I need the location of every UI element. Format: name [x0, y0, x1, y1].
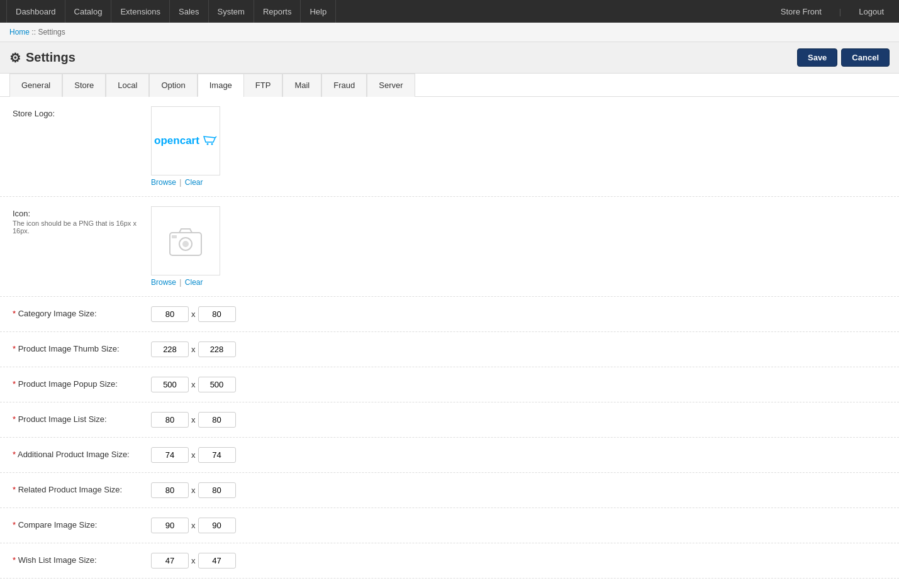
- tab-ftp[interactable]: FTP: [243, 74, 283, 97]
- compare-image-height[interactable]: [198, 518, 236, 533]
- wish-list-image-size-control: x: [151, 553, 886, 569]
- nav-system[interactable]: System: [209, 0, 254, 23]
- nav-sales[interactable]: Sales: [170, 0, 209, 23]
- product-image-popup-height[interactable]: [198, 377, 236, 392]
- tab-image[interactable]: Image: [198, 74, 243, 97]
- category-image-height[interactable]: [198, 306, 236, 322]
- icon-clear[interactable]: Clear: [185, 278, 203, 287]
- store-logo-control: opencart Browse | Clear: [151, 106, 886, 187]
- store-logo-image-box: opencart: [151, 106, 220, 175]
- product-image-thumb-height[interactable]: [198, 341, 236, 357]
- tab-server[interactable]: Server: [367, 74, 415, 97]
- icon-links: Browse | Clear: [151, 278, 886, 287]
- tab-fraud[interactable]: Fraud: [321, 74, 367, 97]
- category-image-size-label: Category Image Size:: [13, 306, 151, 318]
- product-image-popup-x: x: [191, 380, 196, 389]
- breadcrumb: Home :: Settings: [0, 23, 899, 42]
- additional-product-image-size-label: Additional Product Image Size:: [13, 447, 151, 459]
- breadcrumb-separator: ::: [31, 28, 38, 36]
- store-logo-clear[interactable]: Clear: [185, 178, 203, 187]
- nav-divider: |: [830, 0, 850, 23]
- product-image-thumb-width[interactable]: [151, 341, 189, 357]
- icon-sep: |: [179, 278, 181, 287]
- related-product-image-width[interactable]: [151, 482, 189, 498]
- svg-point-1: [211, 143, 213, 145]
- page-title-text: Settings: [26, 50, 75, 65]
- wish-list-image-height[interactable]: [198, 553, 236, 569]
- nav-right: Store Front | Logout: [772, 0, 893, 23]
- tab-local[interactable]: Local: [106, 74, 149, 97]
- compare-image-x: x: [191, 521, 196, 530]
- nav-logout[interactable]: Logout: [850, 0, 893, 23]
- page-header: ⚙ Settings Save Cancel: [0, 42, 899, 74]
- nav-storefront[interactable]: Store Front: [772, 0, 830, 23]
- store-logo-browse[interactable]: Browse: [151, 178, 176, 187]
- breadcrumb-home[interactable]: Home: [9, 28, 30, 36]
- product-image-popup-size-control: x: [151, 377, 886, 392]
- nav-reports[interactable]: Reports: [254, 0, 301, 23]
- tab-mail[interactable]: Mail: [282, 74, 321, 97]
- product-image-list-size-control: x: [151, 412, 886, 428]
- tab-store[interactable]: Store: [62, 74, 106, 97]
- cart-image-size-row: Cart Image Size: x: [0, 579, 899, 588]
- product-image-thumb-x: x: [191, 345, 196, 354]
- svg-line-2: [215, 136, 216, 138]
- header-buttons: Save Cancel: [797, 48, 890, 67]
- cancel-button[interactable]: Cancel: [841, 48, 890, 67]
- content-area: Store Logo: opencart Browse | Clear: [0, 97, 899, 588]
- nav-extensions[interactable]: Extensions: [111, 0, 170, 23]
- category-image-width[interactable]: [151, 306, 189, 322]
- product-image-list-width[interactable]: [151, 412, 189, 428]
- compare-image-size-control: x: [151, 518, 886, 533]
- product-image-thumb-size-row: Product Image Thumb Size: x: [0, 332, 899, 367]
- icon-label: Icon:: [13, 209, 151, 218]
- compare-image-width[interactable]: [151, 518, 189, 533]
- save-button[interactable]: Save: [797, 48, 837, 67]
- store-logo-links: Browse | Clear: [151, 178, 886, 187]
- icon-row: Icon: The icon should be a PNG that is 1…: [0, 197, 899, 297]
- additional-product-image-width[interactable]: [151, 447, 189, 463]
- page-title: ⚙ Settings: [9, 50, 75, 65]
- additional-product-image-x: x: [191, 450, 196, 460]
- category-image-size-control: x: [151, 306, 886, 322]
- product-image-list-size-label: Product Image List Size:: [13, 412, 151, 424]
- icon-control: Browse | Clear: [151, 206, 886, 287]
- opencart-cart-icon: [203, 136, 217, 146]
- icon-image-box: [151, 206, 220, 275]
- additional-product-image-height[interactable]: [198, 447, 236, 463]
- product-image-thumb-size-control: x: [151, 341, 886, 357]
- camera-placeholder-icon: [167, 224, 204, 258]
- product-image-list-x: x: [191, 415, 196, 424]
- related-product-image-x: x: [191, 485, 196, 495]
- related-product-image-size-row: Related Product Image Size: x: [0, 473, 899, 508]
- nav-help[interactable]: Help: [301, 0, 336, 23]
- product-image-list-size-row: Product Image List Size: x: [0, 402, 899, 438]
- opencart-logo: opencart: [154, 135, 217, 147]
- tabs-container: General Store Local Option Image FTP Mai…: [0, 74, 899, 97]
- icon-sublabel: The icon should be a PNG that is 16px x …: [13, 219, 151, 235]
- compare-image-size-row: Compare Image Size: x: [0, 508, 899, 543]
- nav-catalog[interactable]: Catalog: [65, 0, 112, 23]
- opencart-logo-text: opencart: [154, 135, 199, 147]
- category-image-size-row: Category Image Size: x: [0, 297, 899, 332]
- svg-point-0: [206, 143, 208, 145]
- related-product-image-height[interactable]: [198, 482, 236, 498]
- related-product-image-size-label: Related Product Image Size:: [13, 482, 151, 494]
- wish-list-image-size-row: Wish List Image Size: x: [0, 543, 899, 579]
- product-image-popup-size-label: Product Image Popup Size:: [13, 377, 151, 389]
- nav-dashboard[interactable]: Dashboard: [6, 0, 65, 23]
- wish-list-image-x: x: [191, 556, 196, 565]
- product-image-thumb-size-label: Product Image Thumb Size:: [13, 341, 151, 353]
- product-image-popup-width[interactable]: [151, 377, 189, 392]
- store-logo-label: Store Logo:: [13, 106, 151, 118]
- breadcrumb-current: Settings: [38, 28, 65, 36]
- wish-list-image-width[interactable]: [151, 553, 189, 569]
- category-image-x: x: [191, 309, 196, 319]
- product-image-list-height[interactable]: [198, 412, 236, 428]
- icon-label-container: Icon: The icon should be a PNG that is 1…: [13, 206, 151, 235]
- icon-browse[interactable]: Browse: [151, 278, 176, 287]
- tab-general[interactable]: General: [9, 74, 62, 97]
- tab-option[interactable]: Option: [149, 74, 197, 97]
- store-logo-sep: |: [179, 178, 181, 187]
- svg-point-5: [182, 241, 189, 247]
